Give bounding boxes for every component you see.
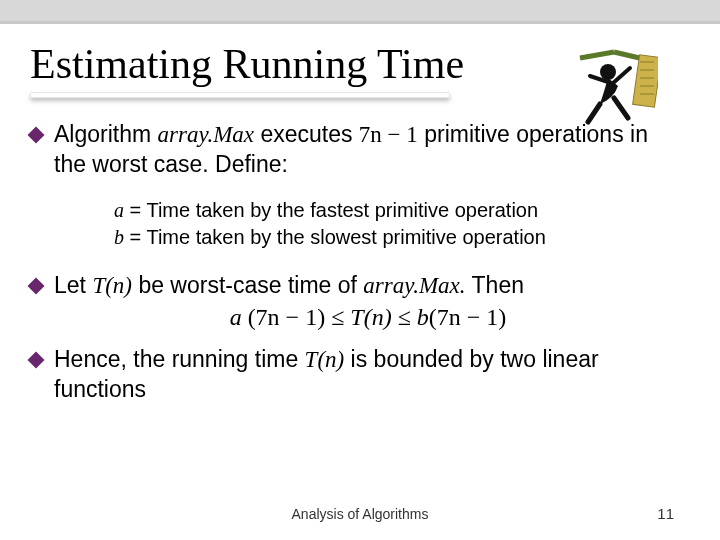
- def-b-text: = Time taken by the slowest primitive op…: [124, 226, 546, 248]
- leq-1: ≤: [325, 304, 350, 330]
- math-expr: 7n − 1: [359, 122, 418, 147]
- text: executes: [254, 121, 359, 147]
- leq-2: ≤: [392, 304, 417, 330]
- inequality-line: a (7n − 1) ≤ T(n) ≤ b(7n − 1): [54, 304, 682, 331]
- b-coef: b: [417, 304, 429, 330]
- def-a-text: = Time taken by the fastest primitive op…: [124, 199, 538, 221]
- text: Hence, the running time: [54, 346, 305, 372]
- svg-point-8: [600, 64, 616, 80]
- text: Algorithm: [54, 121, 158, 147]
- title-underline: [30, 92, 450, 98]
- svg-rect-2: [633, 55, 658, 108]
- algorithm-name: array.Max: [158, 122, 254, 147]
- def-b: b = Time taken by the slowest primitive …: [114, 224, 682, 251]
- svg-line-0: [580, 52, 614, 58]
- tn-mid: T(n): [350, 304, 391, 330]
- bullet-1: Algorithm array.Max executes 7n − 1 prim…: [30, 120, 682, 179]
- algorithm-name: array.Max.: [363, 273, 465, 298]
- text: be worst-case time of: [132, 272, 363, 298]
- slide-number: 11: [657, 505, 674, 522]
- top-accent-bar: [0, 0, 720, 24]
- text: Let: [54, 272, 92, 298]
- slide-body: Algorithm array.Max executes 7n − 1 prim…: [54, 120, 682, 404]
- footer-caption: Analysis of Algorithms: [0, 506, 720, 522]
- tn-symbol: T(n): [305, 347, 345, 372]
- def-a: a = Time taken by the fastest primitive …: [114, 197, 682, 224]
- bullet-2: Let T(n) be worst-case time of array.Max…: [30, 271, 682, 301]
- bullet-3: Hence, the running time T(n) is bounded …: [30, 345, 682, 404]
- tn-symbol: T(n): [92, 273, 132, 298]
- lhs-paren: (7n − 1): [248, 304, 326, 330]
- a-coef: a: [230, 304, 248, 330]
- rhs-paren: (7n − 1): [429, 304, 507, 330]
- symbol-b: b: [114, 226, 124, 248]
- text: Then: [466, 272, 524, 298]
- definitions-block: a = Time taken by the fastest primitive …: [114, 197, 682, 251]
- symbol-a: a: [114, 199, 124, 221]
